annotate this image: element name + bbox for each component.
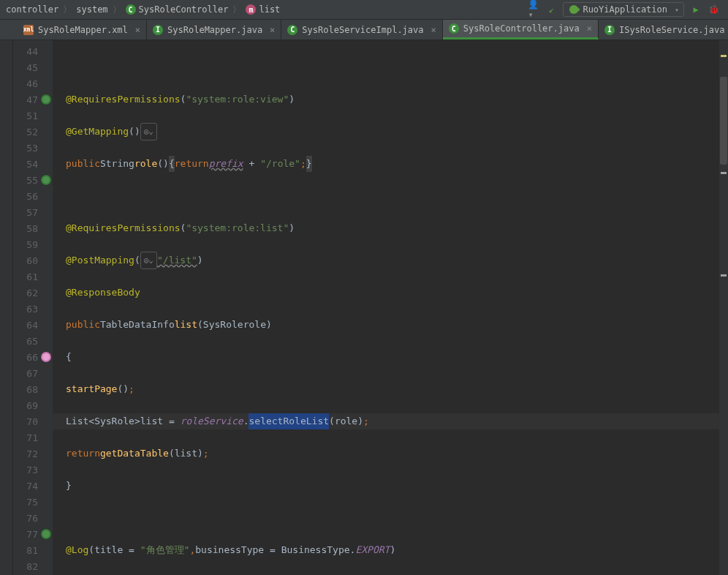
line-number[interactable]: 46 [13,75,53,91]
line-number[interactable]: 82 [13,558,53,574]
breadcrumb-item[interactable]: m list [243,4,283,15]
run-config-selector[interactable]: RuoYiApplication [563,2,684,17]
line-number[interactable]: 59 [13,236,53,252]
line-number[interactable]: 75 [13,494,53,510]
chevron-right-icon: 〉 [111,4,123,16]
line-number[interactable]: 68 [13,381,53,397]
interface-icon [153,25,163,35]
tab-label: SysRoleController.java [463,23,580,34]
line-number[interactable]: 45 [13,59,53,75]
line-number[interactable]: 57 [13,204,53,220]
editor-tabs: xml SysRoleMapper.xml × SysRoleMapper.ja… [0,20,728,40]
error-stripe-marker[interactable] [721,274,727,277]
close-icon[interactable]: × [135,25,140,35]
line-number[interactable]: 61 [13,268,53,285]
class-icon [449,23,459,34]
line-number[interactable]: 54 [13,156,53,172]
scrollbar[interactable] [719,40,728,575]
reimport-icon[interactable]: ↙ [545,4,557,15]
chevron-right-icon: 〉 [61,4,73,16]
code-content[interactable]: @RequiresPermissions("system:role:view")… [53,40,719,575]
class-icon: C [126,4,136,15]
line-number[interactable]: 53 [13,140,53,156]
method-icon: m [246,4,256,15]
line-number[interactable]: 51 [13,108,53,124]
breadcrumb-label: system [76,4,107,15]
debug-icon[interactable]: 🐞 [708,4,719,15]
tab-label: ISysRoleService.java [619,25,725,35]
line-number[interactable]: 73 [13,462,53,478]
line-number[interactable]: 47 [13,91,53,108]
breadcrumb-item[interactable]: system [73,4,110,15]
error-stripe-marker[interactable] [721,55,727,57]
line-number[interactable]: 55 [13,172,53,188]
line-number[interactable]: 76 [13,510,53,526]
run-icon[interactable]: ▶ [690,4,702,15]
interface-icon [604,25,615,35]
line-number[interactable]: 67 [13,365,53,381]
tab[interactable]: ISysRoleService.java × [599,20,728,40]
tab[interactable]: SysRoleServiceImpl.java × [281,20,442,40]
line-number[interactable]: 52 [13,124,53,140]
gutter-glyph-icon[interactable] [41,94,51,105]
gutter-glyph-icon[interactable] [41,175,51,185]
scrollbar-thumb[interactable] [720,77,727,165]
line-number[interactable]: 65 [13,333,53,349]
editor: 4445464751525354555657585960616263646566… [0,40,728,575]
line-number[interactable]: 60 [13,252,53,268]
line-number[interactable]: 63 [13,301,53,317]
class-icon [287,25,297,35]
tab-label: SysRoleServiceImpl.java [302,25,423,35]
spring-boot-icon [568,4,580,16]
line-number[interactable]: 44 [13,43,53,59]
error-stripe-marker[interactable] [721,172,727,174]
line-number[interactable]: 74 [13,478,53,494]
close-icon[interactable]: × [431,25,436,35]
line-number[interactable]: 56 [13,188,53,204]
line-number[interactable]: 64 [13,317,53,333]
line-number[interactable]: 71 [13,429,53,446]
gutter-glyph-icon[interactable] [41,352,51,362]
user-icon[interactable]: 👤▾ [528,4,539,15]
close-icon[interactable]: × [270,25,275,35]
breadcrumb-label: SysRoleController [139,4,229,15]
line-number[interactable]: 77 [13,526,53,542]
chevron-right-icon: 〉 [231,4,243,16]
line-number[interactable]: 72 [13,446,53,462]
run-config-label: RuoYiApplication [583,4,667,15]
tab-active[interactable]: SysRoleController.java × [443,20,599,40]
line-number[interactable]: 58 [13,220,53,236]
line-number[interactable]: 62 [13,285,53,301]
breadcrumb-label: controller [6,4,58,15]
line-numbers-gutter[interactable]: 4445464751525354555657585960616263646566… [13,40,53,575]
gutter-glyph-icon[interactable] [41,529,51,539]
breadcrumb-label: list [259,4,280,15]
breadcrumb: controller 〉 system 〉 C SysRoleControlle… [0,0,728,20]
tab-label: SysRoleMapper.xml [38,25,128,35]
tab[interactable]: xml SysRoleMapper.xml × [18,20,147,40]
tab[interactable]: SysRoleMapper.java × [147,20,281,40]
line-number[interactable]: 69 [13,397,53,413]
line-number[interactable]: 81 [13,542,53,558]
close-icon[interactable]: × [587,23,592,34]
line-number[interactable]: 70 [13,413,53,429]
tab-label: SysRoleMapper.java [167,25,262,35]
left-stripe [0,40,13,575]
breadcrumb-item[interactable]: C SysRoleController [123,4,232,15]
breadcrumb-item[interactable]: controller [3,4,61,15]
line-number[interactable]: 66 [13,349,53,365]
xml-icon: xml [23,25,34,35]
